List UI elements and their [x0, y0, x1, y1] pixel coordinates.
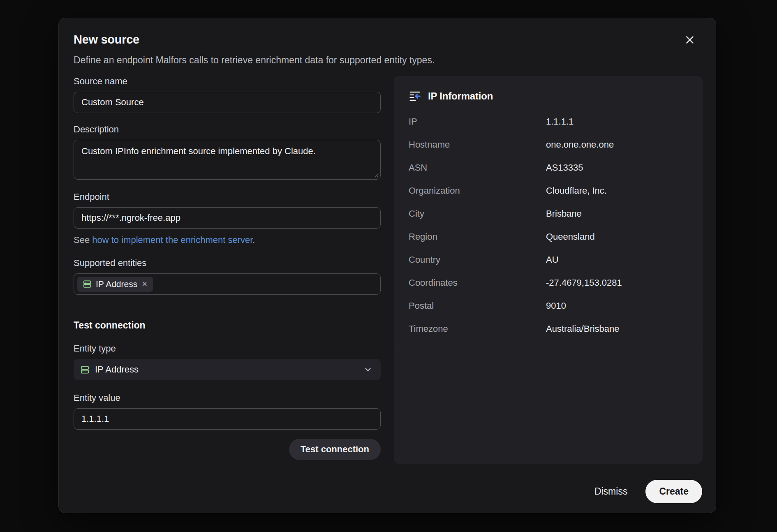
dialog-footer: Dismiss Create — [74, 480, 702, 503]
dialog-body: Source name Description Custom IPInfo en… — [74, 76, 702, 464]
region-row: RegionQueensland — [409, 225, 688, 248]
source-form: Source name Description Custom IPInfo en… — [74, 76, 381, 464]
enrichment-server-link[interactable]: how to implement the enrichment server — [92, 235, 252, 245]
server-icon — [83, 280, 92, 289]
row-value: Australia/Brisbane — [546, 324, 620, 334]
row-label: Coordinates — [409, 278, 546, 288]
row-value: 9010 — [546, 301, 566, 311]
endpoint-label: Endpoint — [74, 192, 381, 202]
postal-row: Postal9010 — [409, 294, 688, 317]
remove-tag-icon[interactable]: × — [141, 280, 148, 289]
ip-information-panel: IP Information IP1.1.1.1 Hostnameone.one… — [394, 76, 703, 464]
endpoint-help-suffix: . — [252, 235, 255, 245]
endpoint-input[interactable] — [74, 207, 381, 229]
source-name-input[interactable] — [74, 92, 381, 113]
endpoint-help-prefix: See — [74, 235, 92, 245]
row-value: AU — [546, 254, 559, 265]
panel-divider — [394, 349, 703, 349]
organization-row: OrganizationCloudflare, Inc. — [409, 179, 688, 202]
asn-row: ASNAS13335 — [409, 156, 688, 179]
row-value: Cloudflare, Inc. — [546, 185, 607, 196]
row-label: Organization — [409, 185, 546, 196]
description-textarea[interactable]: Custom IPInfo enrichment source implemen… — [74, 140, 381, 180]
coordinates-row: Coordinates-27.4679,153.0281 — [409, 271, 688, 294]
supported-entities-label: Supported entities — [74, 258, 381, 268]
dismiss-button[interactable]: Dismiss — [594, 486, 628, 497]
source-name-label: Source name — [74, 76, 381, 87]
entity-type-label: Entity type — [74, 343, 381, 354]
row-label: City — [409, 208, 546, 219]
row-value: Queensland — [546, 231, 595, 242]
country-row: CountryAU — [409, 248, 688, 271]
create-button[interactable]: Create — [645, 480, 702, 503]
row-label: Timezone — [409, 324, 546, 334]
entity-type-select[interactable]: IP Address — [74, 359, 381, 380]
supported-entities-field[interactable]: IP Address × — [74, 273, 381, 295]
row-value: one.one.one.one — [546, 139, 614, 150]
endpoint-help: See how to implement the enrichment serv… — [74, 234, 381, 246]
dialog-title: New source — [74, 32, 702, 47]
row-label: IP — [409, 116, 546, 127]
row-value: -27.4679,153.0281 — [546, 278, 622, 288]
new-source-dialog: New source Define an endpoint Malfors ca… — [58, 18, 716, 513]
row-value: 1.1.1.1 — [546, 116, 574, 127]
entity-value-label: Entity value — [74, 393, 381, 403]
timezone-row: TimezoneAustralia/Brisbane — [409, 317, 688, 340]
close-icon — [684, 34, 696, 46]
dialog-subtitle: Define an endpoint Malfors calls to retr… — [74, 54, 702, 66]
row-label: ASN — [409, 162, 546, 173]
entity-tag-ip-address: IP Address × — [77, 277, 153, 292]
chevron-down-icon — [363, 365, 372, 374]
server-icon — [80, 365, 90, 375]
row-label: Region — [409, 231, 546, 242]
ip-info-icon — [409, 90, 421, 102]
city-row: CityBrisbane — [409, 202, 688, 225]
test-connection-button[interactable]: Test connection — [289, 439, 381, 460]
row-label: Postal — [409, 301, 546, 311]
hostname-row: Hostnameone.one.one.one — [409, 133, 688, 156]
row-label: Hostname — [409, 139, 546, 150]
close-button[interactable] — [683, 33, 697, 47]
ip-information-title: IP Information — [428, 90, 493, 102]
ip-information-rows: IP1.1.1.1 Hostnameone.one.one.one ASNAS1… — [409, 110, 688, 340]
entity-value-input[interactable] — [74, 408, 381, 430]
test-connection-heading: Test connection — [74, 319, 381, 331]
ip-row: IP1.1.1.1 — [409, 110, 688, 133]
row-label: Country — [409, 254, 546, 265]
row-value: Brisbane — [546, 208, 582, 219]
entity-tag-label: IP Address — [96, 279, 137, 289]
row-value: AS13335 — [546, 162, 583, 173]
description-label: Description — [74, 124, 381, 135]
entity-type-value: IP Address — [95, 364, 139, 375]
